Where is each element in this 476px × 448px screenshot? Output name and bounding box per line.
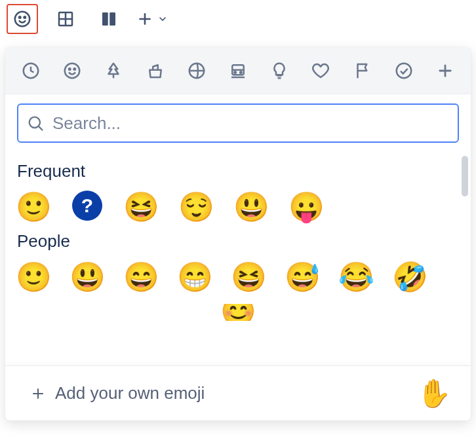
emoji-smiley-open[interactable]: 😃 <box>71 261 104 293</box>
activity-icon <box>187 61 207 81</box>
category-food[interactable] <box>143 58 168 83</box>
emoji-picker-footer: Add your own emoji ✋ <box>5 365 471 420</box>
symbols-icon <box>311 61 330 81</box>
emoji-rofl[interactable]: 🤣 <box>393 261 426 293</box>
people-icon <box>62 61 82 81</box>
nature-icon <box>104 61 123 81</box>
emoji-picker: Frequent 🙂 ? 😆 😌 😃 😛 People 🙂 😃 😄 😁 😆 😅 … <box>5 47 471 420</box>
frequent-emoji-row: 🙂 ? 😆 😌 😃 😛 <box>17 191 459 223</box>
category-objects[interactable] <box>267 58 292 83</box>
emoji-tongue[interactable]: 😛 <box>290 191 323 223</box>
recent-icon <box>21 61 41 81</box>
table-toolbar-button[interactable] <box>50 4 81 34</box>
table-icon <box>56 9 75 29</box>
svg-point-18 <box>234 71 236 73</box>
svg-point-1 <box>19 16 21 18</box>
search-icon <box>26 114 45 132</box>
editor-toolbar <box>0 0 476 38</box>
svg-line-25 <box>39 126 43 130</box>
svg-point-11 <box>65 63 80 78</box>
insert-toolbar-button[interactable] <box>136 10 168 28</box>
svg-point-13 <box>74 68 76 70</box>
emoji-partial[interactable]: 😊 <box>220 304 256 321</box>
emoji-search-input[interactable] <box>52 113 450 134</box>
section-frequent-title: Frequent <box>17 161 459 181</box>
emoji-preview: ✋ <box>417 377 451 409</box>
plus-icon <box>136 10 153 28</box>
emoji-slightly-smiling[interactable]: 🙂 <box>17 191 50 223</box>
emoji-question-badge[interactable]: ? <box>72 191 102 221</box>
scrollbar-thumb[interactable] <box>462 156 468 196</box>
emoji-smile[interactable]: 😄 <box>125 261 157 293</box>
category-symbols[interactable] <box>308 58 333 83</box>
travel-icon <box>228 61 248 81</box>
chevron-down-icon <box>157 14 168 24</box>
category-productivity[interactable] <box>391 58 416 83</box>
emoji-laughing-2[interactable]: 😆 <box>232 261 265 293</box>
plus-small-icon <box>30 386 46 401</box>
food-icon <box>146 61 165 81</box>
svg-point-12 <box>69 68 71 70</box>
emoji-category-tabs <box>5 47 471 94</box>
people-emoji-row-2-partial: 😊 <box>17 304 459 321</box>
category-flags[interactable] <box>350 58 375 83</box>
category-activity[interactable] <box>184 58 209 83</box>
columns-icon <box>99 9 119 29</box>
add-own-emoji-button[interactable]: Add your own emoji <box>30 383 205 403</box>
svg-rect-6 <box>102 12 108 26</box>
svg-point-21 <box>396 63 411 78</box>
objects-icon <box>269 61 289 81</box>
layouts-toolbar-button[interactable] <box>93 4 125 34</box>
custom-add-icon <box>436 62 454 80</box>
svg-point-2 <box>24 16 26 18</box>
emoji-search-box[interactable] <box>17 103 459 143</box>
category-travel[interactable] <box>226 58 250 83</box>
emoji-sweat-smile[interactable]: 😅 <box>286 261 319 293</box>
section-people-title: People <box>17 231 459 252</box>
emoji-face-icon <box>12 9 32 29</box>
category-frequent[interactable] <box>18 58 43 83</box>
category-people[interactable] <box>60 58 85 83</box>
svg-point-0 <box>15 12 30 27</box>
emoji-joy[interactable]: 😂 <box>340 261 372 293</box>
emoji-grin[interactable]: 😁 <box>178 261 211 293</box>
productivity-icon <box>394 61 414 81</box>
flags-icon <box>353 61 372 81</box>
emoji-scroll-area: Frequent 🙂 ? 😆 😌 😃 😛 People 🙂 😃 😄 😁 😆 😅 … <box>5 143 471 365</box>
svg-rect-7 <box>109 12 115 26</box>
people-emoji-row-1: 🙂 😃 😄 😁 😆 😅 😂 🤣 <box>17 261 459 293</box>
category-nature[interactable] <box>101 58 126 83</box>
add-own-emoji-label: Add your own emoji <box>55 383 205 403</box>
emoji-toolbar-button[interactable] <box>7 4 38 34</box>
emoji-smiley[interactable]: 😃 <box>235 191 268 223</box>
category-custom-add[interactable] <box>433 58 458 83</box>
emoji-laughing[interactable]: 😆 <box>125 191 157 223</box>
emoji-slightly-smiling-2[interactable]: 🙂 <box>17 261 50 293</box>
svg-point-19 <box>240 71 242 73</box>
emoji-relieved[interactable]: 😌 <box>180 191 212 223</box>
